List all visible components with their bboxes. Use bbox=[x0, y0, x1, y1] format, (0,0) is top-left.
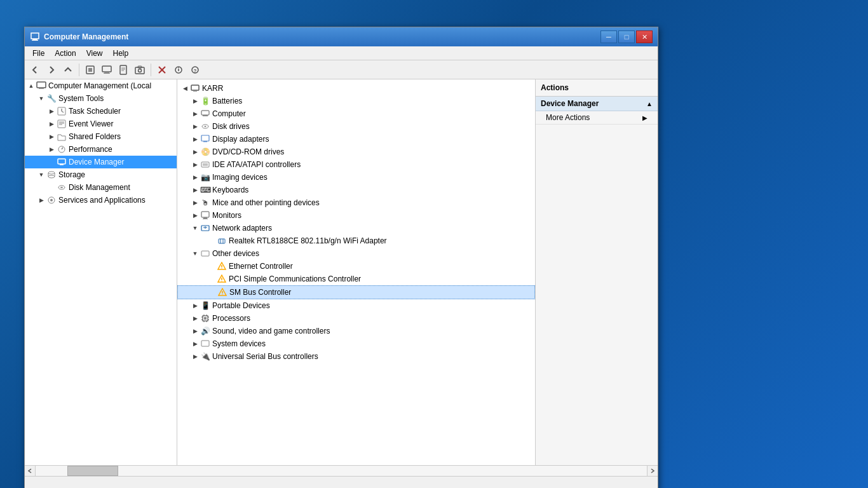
left-services[interactable]: ▶ Services and Applications bbox=[25, 194, 177, 207]
other-expand: ▼ bbox=[190, 248, 200, 259]
item-system[interactable]: ▶ System devices bbox=[177, 337, 535, 350]
mice-icon: 🖱 bbox=[200, 198, 210, 208]
system-label: System devices bbox=[212, 339, 266, 348]
more-actions-item[interactable]: More Actions ▶ bbox=[536, 111, 658, 125]
delete-button[interactable] bbox=[154, 62, 170, 78]
item-smbus[interactable]: SM Bus Controller bbox=[177, 285, 535, 299]
wifi-icon bbox=[217, 236, 227, 246]
storage-label: Storage bbox=[58, 170, 85, 179]
item-dvd[interactable]: ▶ 📀 DVD/CD-ROM drives bbox=[177, 146, 535, 158]
computer-button[interactable] bbox=[99, 62, 114, 78]
item-ethernet[interactable]: Ethernet Controller bbox=[177, 260, 535, 273]
left-task-scheduler[interactable]: ▶ Task Scheduler bbox=[25, 105, 177, 118]
left-disk-management[interactable]: Disk Management bbox=[25, 181, 177, 194]
left-storage[interactable]: ▼ Storage bbox=[25, 168, 177, 181]
main-content: ▲ Computer Management (Local ▼ 🔧 System … bbox=[25, 79, 658, 465]
h-scrollbar-thumb[interactable] bbox=[67, 466, 118, 476]
other-icon bbox=[200, 248, 210, 259]
device-manager-expand bbox=[46, 157, 57, 167]
svg-line-32 bbox=[62, 147, 63, 149]
disk-drives-label: Disk drives bbox=[212, 122, 250, 131]
svg-rect-56 bbox=[203, 219, 208, 219]
properties-button[interactable] bbox=[171, 62, 186, 78]
left-performance[interactable]: ▶ Performance bbox=[25, 143, 177, 156]
item-imaging[interactable]: ▶ 📷 Imaging devices bbox=[177, 171, 535, 184]
help-button[interactable]: ? bbox=[187, 62, 203, 78]
minimize-button[interactable]: ─ bbox=[600, 30, 617, 43]
portable-expand: ▶ bbox=[190, 301, 200, 311]
item-disk-drives[interactable]: ▶ Disk drives bbox=[177, 120, 535, 133]
center-root[interactable]: ◀ KARR bbox=[177, 82, 535, 95]
right-panel: Actions Device Manager ▲ More Actions ▶ bbox=[536, 79, 658, 465]
scroll-left-btn[interactable] bbox=[25, 466, 36, 476]
svg-rect-0 bbox=[31, 33, 39, 39]
mice-label: Mice and other pointing devices bbox=[212, 198, 320, 207]
camera-button[interactable] bbox=[132, 62, 147, 78]
back-button[interactable] bbox=[27, 62, 43, 78]
item-portable[interactable]: ▶ 📱 Portable Devices bbox=[177, 299, 535, 312]
item-sound[interactable]: ▶ 🔊 Sound, video and game controllers bbox=[177, 325, 535, 337]
item-monitors[interactable]: ▶ Monitors bbox=[177, 209, 535, 222]
item-pci[interactable]: PCI Simple Communications Controller bbox=[177, 273, 535, 285]
left-system-tools[interactable]: ▼ 🔧 System Tools bbox=[25, 92, 177, 105]
title-bar: Computer Management ─ □ ✕ bbox=[25, 27, 658, 46]
item-display[interactable]: ▶ Display adapters bbox=[177, 133, 535, 146]
scroll-right-btn[interactable] bbox=[647, 466, 658, 476]
show-hide-button[interactable] bbox=[83, 62, 98, 78]
item-mice[interactable]: ▶ 🖱 Mice and other pointing devices bbox=[177, 196, 535, 209]
menu-help[interactable]: Help bbox=[108, 48, 134, 59]
item-computer[interactable]: ▶ Computer bbox=[177, 107, 535, 120]
up-button[interactable] bbox=[60, 62, 76, 78]
menu-action[interactable]: Action bbox=[50, 48, 81, 59]
disk-management-expand bbox=[46, 182, 57, 193]
portable-label: Portable Devices bbox=[212, 301, 270, 310]
batteries-label: Batteries bbox=[212, 97, 242, 105]
more-actions-arrow: ▶ bbox=[642, 114, 648, 121]
device-manager-section[interactable]: Device Manager ▲ bbox=[536, 97, 658, 111]
left-event-viewer[interactable]: ▶ Event Viewer bbox=[25, 118, 177, 130]
usb-label: Universal Serial Bus controllers bbox=[212, 352, 318, 361]
h-scrollbar-track[interactable] bbox=[36, 466, 647, 476]
item-other[interactable]: ▼ Other devices bbox=[177, 247, 535, 260]
item-keyboards[interactable]: ▶ ⌨ Keyboards bbox=[177, 184, 535, 196]
menu-file[interactable]: File bbox=[27, 48, 50, 59]
item-processors[interactable]: ▶ Processors bbox=[177, 312, 535, 325]
wifi-expand bbox=[207, 236, 217, 246]
close-button[interactable]: ✕ bbox=[636, 30, 653, 43]
item-wifi[interactable]: Realtek RTL8188CE 802.11b/g/n WiFi Adapt… bbox=[177, 234, 535, 247]
svg-rect-34 bbox=[60, 164, 64, 165]
mice-expand: ▶ bbox=[190, 198, 200, 208]
svg-rect-23 bbox=[39, 88, 44, 89]
performance-icon bbox=[57, 144, 67, 154]
performance-label: Performance bbox=[69, 145, 112, 154]
karr-expand: ◀ bbox=[180, 83, 190, 93]
smbus-icon bbox=[217, 287, 227, 297]
svg-rect-2 bbox=[32, 40, 38, 41]
maximize-button[interactable]: □ bbox=[618, 30, 635, 43]
left-device-manager[interactable]: Device Manager bbox=[25, 156, 177, 168]
item-network[interactable]: ▼ Network adapters bbox=[177, 222, 535, 234]
network-expand: ▼ bbox=[190, 223, 200, 233]
menu-view[interactable]: View bbox=[81, 48, 108, 59]
item-ide[interactable]: ▶ IDE ATA/ATAPI controllers bbox=[177, 158, 535, 171]
window-icon bbox=[30, 32, 40, 42]
item-batteries[interactable]: ▶ 🔋 Batteries bbox=[177, 95, 535, 107]
left-shared-folders[interactable]: ▶ Shared Folders bbox=[25, 130, 177, 143]
svg-rect-33 bbox=[58, 159, 65, 164]
monitors-icon bbox=[200, 210, 210, 220]
left-tree-root[interactable]: ▲ Computer Management (Local bbox=[25, 79, 177, 92]
disk-drives-icon bbox=[200, 121, 210, 132]
item-usb[interactable]: ▶ 🔌 Universal Serial Bus controllers bbox=[177, 350, 535, 363]
device-manager-section-arrow: ▲ bbox=[646, 100, 653, 107]
svg-point-19 bbox=[178, 67, 179, 68]
doc-button[interactable] bbox=[116, 62, 131, 78]
svg-rect-1 bbox=[32, 39, 37, 40]
monitors-label: Monitors bbox=[212, 211, 241, 220]
event-viewer-label: Event Viewer bbox=[69, 119, 113, 128]
ethernet-label: Ethernet Controller bbox=[229, 262, 293, 271]
svg-point-72 bbox=[222, 294, 222, 295]
status-bar bbox=[25, 476, 658, 488]
forward-button[interactable] bbox=[44, 62, 59, 78]
processors-expand: ▶ bbox=[190, 313, 200, 323]
network-label: Network adapters bbox=[212, 224, 272, 233]
